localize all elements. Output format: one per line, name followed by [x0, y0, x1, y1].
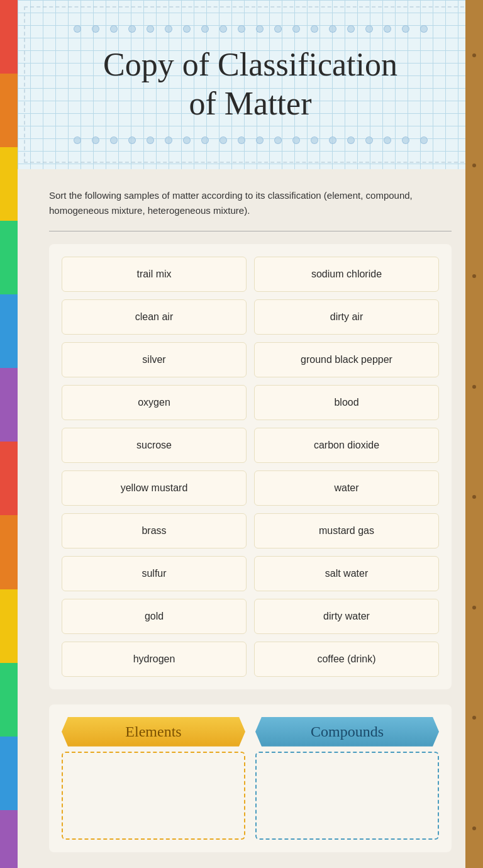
- stripe-red: [0, 0, 18, 74]
- right-dot: [472, 274, 476, 278]
- items-container: trail mix sodium chloride clean air dirt…: [49, 244, 452, 689]
- header-area: Copy of Classification of Matter: [18, 0, 483, 169]
- compounds-label: Compounds: [298, 718, 396, 745]
- dot: [165, 136, 172, 144]
- matter-item-ground-black-pepper[interactable]: ground black pepper: [254, 342, 439, 377]
- dot: [183, 136, 191, 144]
- matter-item-carbon-dioxide[interactable]: carbon dioxide: [254, 428, 439, 463]
- stripe-green2: [0, 663, 18, 737]
- right-dot: [472, 495, 476, 499]
- dot: [256, 25, 264, 33]
- compounds-banner-container: Compounds: [255, 717, 439, 747]
- matter-item-oxygen[interactable]: oxygen: [62, 385, 247, 420]
- dot: [347, 25, 355, 33]
- dot: [256, 136, 264, 144]
- dot: [201, 25, 209, 33]
- dot: [274, 25, 282, 33]
- elements-drop-area[interactable]: [62, 752, 245, 840]
- left-stripe: [0, 0, 18, 868]
- instructions-text: Sort the following samples of matter acc…: [49, 188, 452, 218]
- dot: [92, 25, 99, 33]
- matter-item-blood[interactable]: blood: [254, 385, 439, 420]
- page-title: Copy of Classification of Matter: [55, 33, 445, 136]
- matter-item-sulfur[interactable]: sulfur: [62, 556, 247, 591]
- dot: [347, 136, 355, 144]
- right-dot: [472, 164, 476, 167]
- right-dots: [468, 0, 480, 868]
- zone-compounds: Compounds: [255, 717, 439, 840]
- dot: [74, 136, 81, 144]
- dot: [238, 25, 245, 33]
- stripe-red2: [0, 442, 18, 515]
- dot: [402, 136, 409, 144]
- elements-banner: Elements: [62, 717, 245, 747]
- matter-item-trail-mix[interactable]: trail mix: [62, 257, 247, 292]
- right-dot: [472, 716, 476, 720]
- zone-elements: Elements: [62, 717, 245, 840]
- dot: [147, 136, 154, 144]
- stripe-purple: [0, 368, 18, 442]
- dot: [165, 25, 172, 33]
- dot: [183, 25, 191, 33]
- divider: [49, 231, 452, 231]
- matter-item-dirty-air[interactable]: dirty air: [254, 299, 439, 335]
- dot: [329, 136, 336, 144]
- matter-item-dirty-water[interactable]: dirty water: [254, 599, 439, 634]
- dot: [110, 25, 118, 33]
- dot: [238, 136, 245, 144]
- stripe-purple2: [0, 810, 18, 868]
- right-dot: [472, 826, 476, 830]
- dot: [74, 25, 81, 33]
- dot: [311, 136, 318, 144]
- dot: [365, 25, 373, 33]
- matter-item-salt-water[interactable]: salt water: [254, 556, 439, 591]
- items-grid: trail mix sodium chloride clean air dirt…: [62, 257, 439, 677]
- stripe-yellow2: [0, 589, 18, 663]
- matter-item-sodium-chloride[interactable]: sodium chloride: [254, 257, 439, 292]
- dot: [292, 25, 300, 33]
- dot: [365, 136, 373, 144]
- header-dots-bottom: [55, 136, 445, 144]
- right-dot: [472, 606, 476, 609]
- dot: [110, 136, 118, 144]
- matter-item-coffee-drink[interactable]: coffee (drink): [254, 642, 439, 677]
- dot: [128, 25, 136, 33]
- compounds-banner: Compounds: [255, 717, 439, 747]
- compounds-drop-area[interactable]: [255, 752, 439, 840]
- dot: [219, 25, 227, 33]
- dot: [420, 25, 428, 33]
- matter-item-brass[interactable]: brass: [62, 513, 247, 548]
- dot: [201, 136, 209, 144]
- dot: [274, 136, 282, 144]
- matter-item-sucrose[interactable]: sucrose: [62, 428, 247, 463]
- dot: [384, 25, 391, 33]
- stripe-blue: [0, 294, 18, 368]
- stripe-blue2: [0, 737, 18, 810]
- matter-item-yellow-mustard[interactable]: yellow mustard: [62, 470, 247, 506]
- dot: [128, 136, 136, 144]
- dot: [92, 136, 99, 144]
- matter-item-mustard-gas[interactable]: mustard gas: [254, 513, 439, 548]
- right-margin: [465, 0, 483, 868]
- right-dot: [472, 385, 476, 389]
- dot: [147, 25, 154, 33]
- stripe-green: [0, 221, 18, 294]
- dot: [329, 25, 336, 33]
- dot: [384, 136, 391, 144]
- matter-item-gold[interactable]: gold: [62, 599, 247, 634]
- main-content: Sort the following samples of matter acc…: [18, 169, 483, 868]
- matter-item-water[interactable]: water: [254, 470, 439, 506]
- stripe-orange: [0, 74, 18, 147]
- stripe-yellow: [0, 147, 18, 221]
- dot: [219, 136, 227, 144]
- right-dot: [472, 53, 476, 57]
- matter-item-clean-air[interactable]: clean air: [62, 299, 247, 335]
- elements-label: Elements: [113, 718, 194, 745]
- matter-item-hydrogen[interactable]: hydrogen: [62, 642, 247, 677]
- dot: [420, 136, 428, 144]
- stripe-orange2: [0, 515, 18, 589]
- dot: [311, 25, 318, 33]
- matter-item-silver[interactable]: silver: [62, 342, 247, 377]
- dot: [292, 136, 300, 144]
- elements-banner-container: Elements: [62, 717, 245, 747]
